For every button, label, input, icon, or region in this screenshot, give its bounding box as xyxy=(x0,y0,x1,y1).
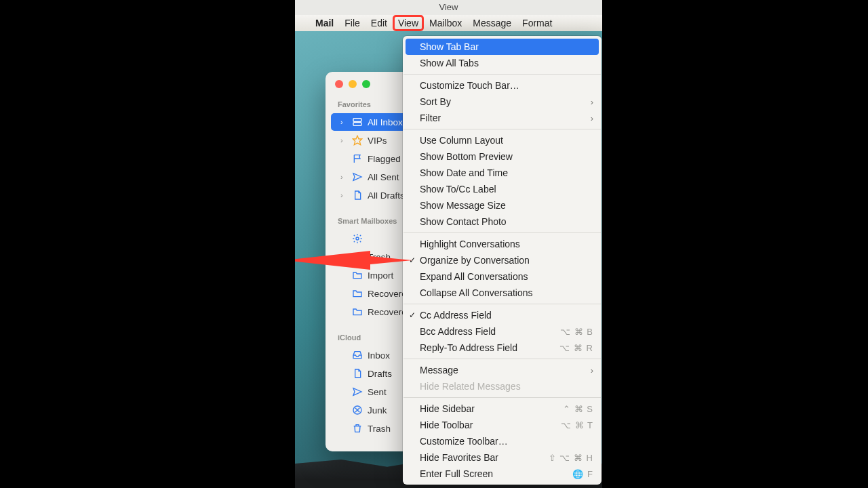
chevron-right-icon: › xyxy=(591,97,593,107)
menu-item-label: Show Contact Photo xyxy=(420,216,593,227)
menu-item-label: Show All Tabs xyxy=(420,58,593,68)
menu-item-label: Show Date and Time xyxy=(420,167,593,178)
menu-separator xyxy=(403,304,601,304)
gear-icon xyxy=(352,233,363,244)
menu-item-message[interactable]: Message xyxy=(467,15,517,31)
menu-item[interactable]: Message› xyxy=(403,362,601,378)
view-menu-dropdown: Show Tab BarShow All TabsCustomize Touch… xyxy=(403,36,601,485)
inbox-icon xyxy=(352,350,363,361)
menu-item[interactable]: Show Tab Bar xyxy=(406,39,599,55)
menu-item-label: Show Bottom Preview xyxy=(420,151,593,162)
svg-rect-0 xyxy=(353,119,361,122)
menu-item[interactable]: Hide Toolbar⌥ ⌘ T xyxy=(403,417,601,433)
menu-item[interactable]: Enter Full Screen🌐 F xyxy=(403,466,601,482)
menu-item-label: Reply-To Address Field xyxy=(420,342,559,353)
menu-item-mailbox[interactable]: Mailbox xyxy=(424,15,467,31)
menu-item-edit[interactable]: Edit xyxy=(366,15,393,31)
menu-item-label: Hide Favorites Bar xyxy=(420,452,549,463)
svg-rect-1 xyxy=(353,123,361,126)
menu-item[interactable]: Hide Sidebar⌃ ⌘ S xyxy=(403,401,601,417)
menu-item-label: Enter Full Screen xyxy=(420,468,572,479)
menu-separator xyxy=(403,359,601,359)
menu-item-label: Hide Toolbar xyxy=(420,420,561,430)
doc-icon xyxy=(352,368,363,379)
menu-separator xyxy=(403,74,601,75)
junk-icon xyxy=(352,405,363,415)
chevron-right-icon: › xyxy=(340,136,347,144)
window-minimize-button[interactable] xyxy=(349,80,357,88)
menu-item-label: Cc Address Field xyxy=(420,310,593,321)
chevron-right-icon: › xyxy=(340,191,347,199)
menu-item-label: Use Column Layout xyxy=(420,135,593,146)
menu-item[interactable]: Reply-To Address Field⌥ ⌘ R xyxy=(403,340,601,356)
menu-item-label: Show Message Size xyxy=(420,200,593,211)
menu-item-label: Show To/Cc Label xyxy=(420,184,593,195)
menu-item[interactable]: Expand All Conversations xyxy=(403,268,601,285)
window-fullscreen-button[interactable] xyxy=(362,80,370,88)
svg-point-3 xyxy=(356,237,359,240)
menu-separator xyxy=(403,129,601,129)
menu-item-view[interactable]: View xyxy=(393,15,424,31)
menu-item[interactable]: Bcc Address Field⌥ ⌘ B xyxy=(403,323,601,340)
menu-item-label: Customize Toolbar… xyxy=(420,436,593,447)
menu-item-label: Message xyxy=(420,365,591,375)
chevron-right-icon: › xyxy=(591,113,593,123)
menu-item-label: Hide Related Messages xyxy=(420,381,593,392)
check-icon: ✓ xyxy=(409,310,416,320)
folder-icon xyxy=(352,288,363,299)
check-icon: ✓ xyxy=(409,256,416,265)
menu-item-label: Customize Touch Bar… xyxy=(420,80,593,91)
trash-icon xyxy=(352,423,363,434)
menu-item-shortcut: ⌥ ⌘ B xyxy=(560,327,593,337)
menu-separator xyxy=(403,397,601,398)
menu-item: Hide Related Messages xyxy=(403,378,601,394)
menu-item[interactable]: Show All Tabs xyxy=(403,55,601,71)
menu-item[interactable]: Customize Touch Bar… xyxy=(403,77,601,94)
menu-item-label: Collapse All Conversations xyxy=(420,287,593,298)
menu-item-file[interactable]: File xyxy=(339,15,366,31)
menu-item[interactable]: Use Column Layout xyxy=(403,132,601,148)
menu-item-label: Bcc Address Field xyxy=(420,326,560,337)
menu-item-shortcut: ⌥ ⌘ R xyxy=(559,343,593,353)
star-icon xyxy=(352,135,363,146)
menu-item-label: Highlight Conversations xyxy=(420,239,593,249)
menu-item-shortcut: ⌥ ⌘ T xyxy=(561,420,593,430)
menu-item[interactable]: Collapse All Conversations xyxy=(403,285,601,301)
menu-item-format[interactable]: Format xyxy=(517,15,557,31)
menu-item[interactable]: Customize Toolbar… xyxy=(403,433,601,449)
menu-item-shortcut: ⌃ ⌘ S xyxy=(563,404,593,414)
chevron-right-icon: › xyxy=(340,118,347,126)
menu-item[interactable]: Show Message Size xyxy=(403,197,601,214)
top-annotation-bar: View xyxy=(295,0,602,15)
window-close-button[interactable] xyxy=(335,80,343,88)
menu-item[interactable]: Show Date and Time xyxy=(403,165,601,181)
flag-icon xyxy=(352,153,363,164)
doc-icon xyxy=(352,190,363,201)
menu-item[interactable]: Show Bottom Preview xyxy=(403,148,601,165)
sent-icon xyxy=(352,386,363,397)
menu-item-label: Hide Sidebar xyxy=(420,403,563,414)
menu-item[interactable]: Show To/Cc Label xyxy=(403,181,601,197)
trash-icon xyxy=(352,251,363,262)
macos-menubar: Mail File Edit View Mailbox Message Form… xyxy=(295,15,602,31)
menu-separator xyxy=(403,232,601,233)
menu-item[interactable]: Highlight Conversations xyxy=(403,236,601,252)
menu-item-label: Filter xyxy=(420,113,591,123)
menu-item-shortcut: 🌐 F xyxy=(572,469,593,479)
top-annotation-text: View xyxy=(439,2,458,12)
folder-icon xyxy=(352,306,363,317)
menu-item[interactable]: ✓Organize by Conversation xyxy=(403,252,601,268)
menu-item-label: Expand All Conversations xyxy=(420,271,593,282)
sent-icon xyxy=(352,171,363,182)
chevron-right-icon: › xyxy=(591,365,593,375)
menu-item[interactable]: Filter› xyxy=(403,110,601,126)
menu-item-label: Sort By xyxy=(420,96,591,107)
folder-icon xyxy=(352,270,363,281)
menu-item-label: Show Tab Bar xyxy=(420,41,591,52)
app-name[interactable]: Mail xyxy=(310,18,339,28)
svg-marker-2 xyxy=(353,136,361,144)
menu-item[interactable]: Show Contact Photo xyxy=(403,214,601,230)
menu-item[interactable]: Sort By› xyxy=(403,94,601,110)
menu-item[interactable]: ✓Cc Address Field xyxy=(403,307,601,323)
menu-item[interactable]: Hide Favorites Bar⇧ ⌥ ⌘ H xyxy=(403,449,601,466)
